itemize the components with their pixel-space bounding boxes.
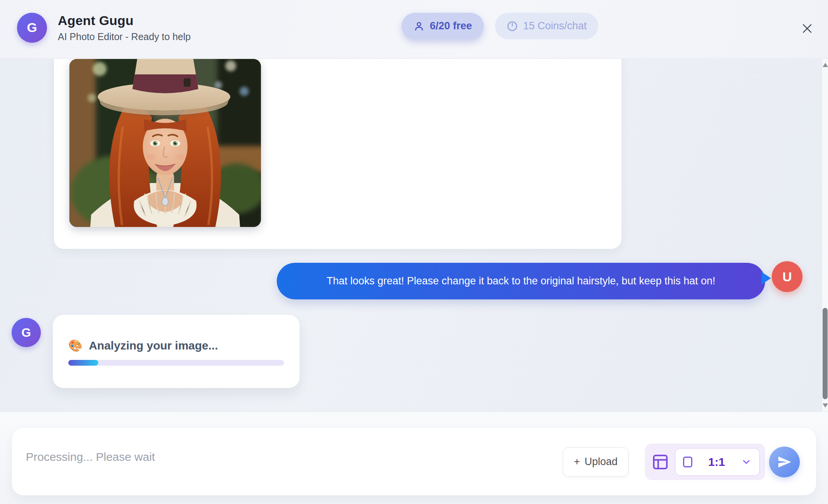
send-plane-icon [777,455,792,469]
chat-scroll-area: That looks great! Please change it back … [0,59,828,412]
agent-analyzing-card: 🎨 Analyzing your image... [53,315,300,388]
bubble-tail [762,272,771,284]
clock-icon [507,20,518,32]
plus-icon: + [574,456,580,468]
palette-emoji-icon: 🎨 [68,338,82,353]
aspect-ratio-group: 1:1 [645,444,765,480]
header-titles: Agent Gugu AI Photo Editor - Ready to he… [58,13,191,42]
composer-controls: + Upload 1:1 [563,444,800,480]
analyzing-status-row: 🎨 Analyzing your image... [68,338,218,353]
chevron-down-icon [741,457,752,467]
layout-panel-icon[interactable] [651,453,670,471]
composer-section: + Upload 1:1 [0,412,828,504]
user-avatar: U [772,261,803,292]
generated-photo[interactable] [69,59,261,227]
user-message-bubble: That looks great! Please change it back … [277,263,765,299]
agent-photo-message [54,59,621,249]
coins-label: 15 Coins/chat [523,20,587,32]
portrait-illustration [69,59,261,227]
agent-chat-window: G Agent Gugu AI Photo Editor - Ready to … [0,0,828,504]
free-quota-badge: 6/20 free [402,13,484,39]
analyzing-text: Analyzing your image... [89,338,218,353]
close-icon [801,22,814,35]
chat-scrollbar[interactable] [822,59,828,412]
scrollbar-up-arrow-icon[interactable] [823,63,828,67]
scrollbar-down-arrow-icon[interactable] [823,403,828,408]
aspect-ratio-select[interactable]: 1:1 [675,448,760,476]
message-input[interactable] [26,446,527,468]
agent-name: Agent Gugu [58,13,191,28]
scrollbar-thumb[interactable] [823,308,828,399]
agent-avatar-letter-2: G [22,326,31,340]
coins-badge: 15 Coins/chat [495,13,598,39]
chat-header: G Agent Gugu AI Photo Editor - Ready to … [0,0,828,59]
send-button[interactable] [769,447,800,477]
free-quota-label: 6/20 free [430,20,472,32]
progress-fill [68,360,98,366]
upload-label: Upload [584,456,618,468]
upload-button[interactable]: + Upload [563,447,629,477]
ratio-square-icon [683,457,692,467]
user-icon [413,20,425,32]
agent-status-line: AI Photo Editor - Ready to help [58,31,191,42]
agent-avatar-letter: G [27,20,37,35]
user-message-text: That looks great! Please change it back … [326,275,715,287]
agent-avatar: G [17,13,47,43]
composer-container: + Upload 1:1 [12,427,816,496]
ratio-value: 1:1 [708,455,725,469]
agent-avatar-message: G [12,318,41,347]
user-avatar-letter: U [783,269,792,284]
progress-bar [68,360,284,366]
close-button[interactable] [799,20,816,37]
